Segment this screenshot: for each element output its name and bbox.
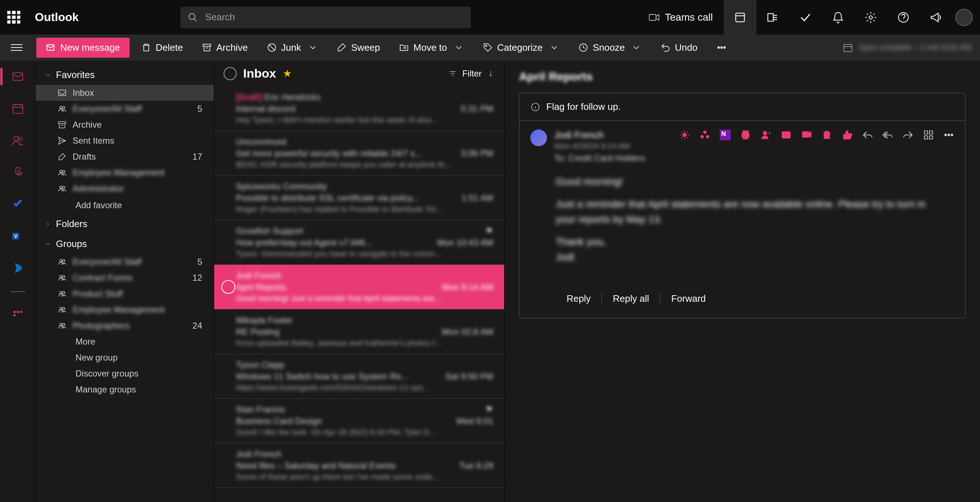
like-icon[interactable] <box>842 129 853 140</box>
print-icon[interactable] <box>740 129 751 140</box>
app-launcher-icon[interactable] <box>7 11 20 24</box>
svg-point-37 <box>60 186 62 189</box>
svg-point-40 <box>62 260 65 262</box>
notifications-button[interactable] <box>822 0 854 35</box>
junk-button[interactable]: Junk <box>259 38 325 57</box>
new-group[interactable]: New group <box>35 349 214 365</box>
svg-point-44 <box>62 292 65 294</box>
message-item[interactable]: [Draft]Eric HendricksInternal discord5:3… <box>214 86 504 131</box>
folder-everyone-all-staff[interactable]: Everyone/All Staff5 <box>35 101 214 117</box>
forward-button[interactable]: Forward <box>660 290 716 307</box>
rail-bookings[interactable] <box>5 256 30 280</box>
svg-text:Y: Y <box>14 233 18 239</box>
chevron-down-icon <box>631 43 641 52</box>
rail-mail[interactable] <box>5 64 30 89</box>
my-day-button[interactable] <box>724 0 756 35</box>
svg-point-35 <box>60 170 62 173</box>
rail-todo[interactable] <box>5 192 30 216</box>
search-box[interactable] <box>180 6 471 28</box>
filter-label: Filter <box>462 68 482 79</box>
folder-administrator[interactable]: Administrator <box>35 181 214 197</box>
message-item[interactable]: Stan Francis⚑Business Card DesignWed 6:0… <box>214 399 504 443</box>
svg-rect-68 <box>929 136 933 139</box>
group-employee-management[interactable]: Employee Management <box>35 302 214 318</box>
snooze-button[interactable]: Snooze <box>571 38 649 57</box>
teams-call-button[interactable]: Teams call <box>637 12 724 23</box>
folder-sent-items[interactable]: Sent Items <box>35 133 214 149</box>
discover-groups[interactable]: Discover groups <box>35 365 214 381</box>
more-actions-button[interactable] <box>709 39 734 56</box>
calendar-toolbar-icon[interactable] <box>842 42 853 53</box>
rail-calendar[interactable] <box>5 96 30 121</box>
group-everyone-all-staff[interactable]: Everyone/All Staff5 <box>35 254 214 270</box>
message-item[interactable]: Growfish Support⚑How prefer/stay-out Age… <box>214 220 504 265</box>
hamburger-button[interactable] <box>9 40 25 56</box>
rail-people[interactable] <box>5 128 30 153</box>
message-item[interactable]: Mikayla FosterRE PostingMon 02:8 AMKnox … <box>214 310 504 354</box>
groups-section[interactable]: Groups <box>35 234 214 254</box>
favorites-section[interactable]: Favorites <box>35 65 214 85</box>
sort-icon[interactable] <box>487 70 495 78</box>
message-item[interactable]: Spiceworks CommunityPossible to distribu… <box>214 176 504 220</box>
folder-archive[interactable]: Archive <box>35 117 214 133</box>
delete-button[interactable]: Delete <box>134 38 190 57</box>
assign-icon[interactable] <box>760 129 771 140</box>
help-button[interactable] <box>887 0 920 35</box>
apps-icon[interactable] <box>923 129 934 140</box>
svg-rect-65 <box>924 131 928 134</box>
rail-more-apps[interactable] <box>5 303 30 327</box>
rail-yammer[interactable]: Y <box>5 224 30 248</box>
light-mode-icon[interactable] <box>679 129 690 140</box>
group-contract-forms[interactable]: Contract Forms12 <box>35 270 214 286</box>
megaphone-button[interactable] <box>920 0 952 35</box>
onenote-icon[interactable] <box>720 129 731 140</box>
compose-icon <box>46 43 55 52</box>
reading-subject: April Reports <box>519 70 966 83</box>
archive-button[interactable]: Archive <box>194 38 255 57</box>
settings-button[interactable] <box>854 0 887 35</box>
sender-name: Jodi French <box>554 129 672 141</box>
svg-point-25 <box>19 137 22 140</box>
new-message-button[interactable]: New message <box>36 38 130 58</box>
message-item[interactable]: Jodi FrenchNeed files – Saturday and Nat… <box>214 443 504 488</box>
more-reading-icon[interactable] <box>943 129 954 140</box>
chevron-down-icon <box>44 71 51 79</box>
folder-drafts[interactable]: Drafts17 <box>35 149 214 165</box>
app-title: Outlook <box>35 11 79 24</box>
filter-button[interactable]: Filter <box>448 68 495 79</box>
rail-files[interactable] <box>5 160 30 184</box>
chevron-down-icon <box>454 43 464 52</box>
add-favorite[interactable]: Add favorite <box>35 197 214 214</box>
folder-employee-management[interactable]: Employee Management <box>35 165 214 181</box>
group-icon[interactable] <box>700 129 710 140</box>
ribbon-toggle-button[interactable] <box>756 0 789 35</box>
tips-button[interactable] <box>789 0 822 35</box>
account-avatar[interactable] <box>955 9 973 26</box>
groups-label: Groups <box>56 238 87 249</box>
group-photographers[interactable]: Photographers24 <box>35 318 214 334</box>
group-product-stuff[interactable]: Product Stuff <box>35 286 214 302</box>
undo-button[interactable]: Undo <box>653 38 705 57</box>
reply-all-button[interactable]: Reply all <box>602 290 660 307</box>
favorite-star-icon[interactable]: ★ <box>283 67 292 79</box>
categorize-button[interactable]: Categorize <box>476 38 567 57</box>
forward-icon[interactable] <box>903 129 913 140</box>
message-item[interactable]: Jodi FrenchApril ReportsMon 9:14 AMGood … <box>214 265 504 310</box>
select-all-toggle[interactable] <box>224 67 237 80</box>
reply-button[interactable]: Reply <box>556 290 601 307</box>
groups-more[interactable]: More <box>35 334 214 349</box>
flag-icon[interactable] <box>801 129 812 140</box>
sweep-button[interactable]: Sweep <box>329 38 388 57</box>
delete-reading-icon[interactable] <box>821 129 832 140</box>
reply-all-icon[interactable] <box>882 129 893 140</box>
message-item[interactable]: UnconvincedGet more powerful security wi… <box>214 131 504 176</box>
message-item[interactable]: Tyson ClappWindows 11 Switch how to use … <box>214 354 504 399</box>
search-input[interactable] <box>205 12 463 23</box>
svg-point-39 <box>60 260 62 262</box>
mark-unread-icon[interactable] <box>781 129 792 140</box>
reply-icon[interactable] <box>862 129 873 140</box>
folder-inbox[interactable]: Inbox <box>35 85 214 101</box>
folders-section[interactable]: Folders <box>35 214 214 234</box>
move-to-button[interactable]: Move to <box>391 38 471 57</box>
manage-groups[interactable]: Manage groups <box>35 381 214 397</box>
